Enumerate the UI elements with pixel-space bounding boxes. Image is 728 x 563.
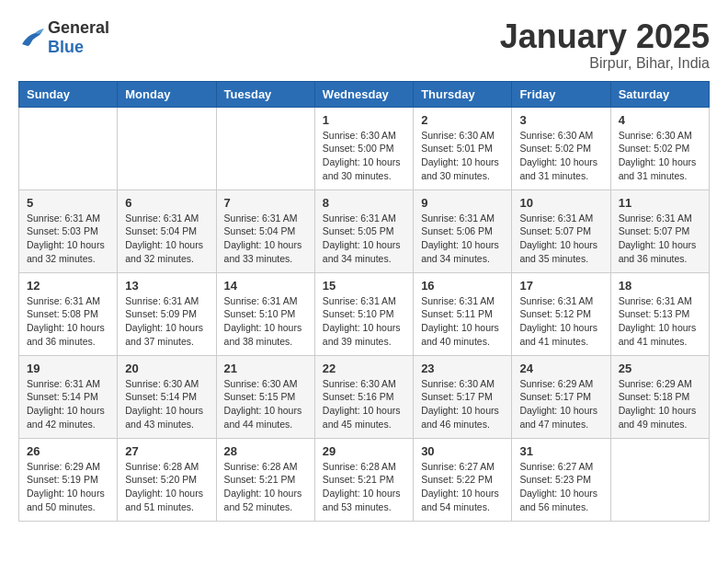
col-wednesday: Wednesday [314,81,413,107]
day-info: Sunrise: 6:31 AMSunset: 5:05 PMDaylight:… [323,212,405,266]
table-row: 18Sunrise: 6:31 AMSunset: 5:13 PMDayligh… [610,272,709,355]
day-info: Sunrise: 6:31 AMSunset: 5:03 PMDaylight:… [27,212,109,266]
day-info: Sunrise: 6:30 AMSunset: 5:17 PMDaylight:… [421,377,504,431]
day-number: 11 [619,196,701,210]
day-info: Sunrise: 6:27 AMSunset: 5:23 PMDaylight:… [519,460,602,514]
day-info: Sunrise: 6:30 AMSunset: 5:02 PMDaylight:… [619,129,701,183]
table-row: 28Sunrise: 6:28 AMSunset: 5:21 PMDayligh… [216,438,314,521]
table-row: 27Sunrise: 6:28 AMSunset: 5:20 PMDayligh… [118,438,216,521]
day-info: Sunrise: 6:31 AMSunset: 5:14 PMDaylight:… [27,377,109,431]
day-number: 30 [421,444,504,458]
day-info: Sunrise: 6:31 AMSunset: 5:08 PMDaylight:… [27,294,109,349]
day-number: 6 [125,196,208,210]
table-row: 25Sunrise: 6:29 AMSunset: 5:18 PMDayligh… [610,355,709,438]
table-row: 20Sunrise: 6:30 AMSunset: 5:14 PMDayligh… [118,355,216,438]
day-info: Sunrise: 6:31 AMSunset: 5:13 PMDaylight:… [619,294,701,349]
table-row: 17Sunrise: 6:31 AMSunset: 5:12 PMDayligh… [512,272,610,355]
table-row: 5Sunrise: 6:31 AMSunset: 5:03 PMDaylight… [19,190,118,272]
table-row: 29Sunrise: 6:28 AMSunset: 5:21 PMDayligh… [314,438,413,521]
day-number: 19 [27,362,109,375]
col-monday: Monday [118,81,216,107]
col-tuesday: Tuesday [216,81,314,107]
table-row [216,107,314,190]
day-number: 5 [27,196,109,210]
day-info: Sunrise: 6:30 AMSunset: 5:16 PMDaylight:… [323,377,405,431]
table-row: 6Sunrise: 6:31 AMSunset: 5:04 PMDaylight… [118,190,216,272]
day-info: Sunrise: 6:31 AMSunset: 5:07 PMDaylight:… [519,212,602,266]
day-info: Sunrise: 6:31 AMSunset: 5:04 PMDaylight:… [224,212,307,266]
table-row: 15Sunrise: 6:31 AMSunset: 5:10 PMDayligh… [314,272,413,355]
day-number: 27 [125,444,208,458]
table-row: 31Sunrise: 6:27 AMSunset: 5:23 PMDayligh… [512,438,610,521]
table-row: 9Sunrise: 6:31 AMSunset: 5:06 PMDaylight… [414,190,512,272]
table-row: 8Sunrise: 6:31 AMSunset: 5:05 PMDaylight… [314,190,413,272]
day-number: 18 [619,279,701,293]
day-number: 22 [323,362,405,375]
day-info: Sunrise: 6:29 AMSunset: 5:18 PMDaylight:… [619,377,701,431]
calendar-header-row: Sunday Monday Tuesday Wednesday Thursday… [19,81,710,107]
day-number: 17 [519,279,602,293]
day-info: Sunrise: 6:31 AMSunset: 5:06 PMDaylight:… [421,212,504,266]
day-number: 23 [421,362,504,375]
table-row [19,107,118,190]
day-number: 8 [323,196,405,210]
logo-general: General [48,18,109,37]
table-row [118,107,216,190]
day-number: 13 [125,279,208,293]
day-number: 3 [519,113,602,127]
day-number: 28 [224,444,307,458]
table-row: 3Sunrise: 6:30 AMSunset: 5:02 PMDaylight… [512,107,610,190]
day-number: 15 [323,279,405,293]
day-info: Sunrise: 6:29 AMSunset: 5:19 PMDaylight:… [27,460,109,514]
day-info: Sunrise: 6:28 AMSunset: 5:21 PMDaylight:… [224,460,307,514]
day-info: Sunrise: 6:27 AMSunset: 5:22 PMDaylight:… [421,460,504,514]
table-row: 22Sunrise: 6:30 AMSunset: 5:16 PMDayligh… [314,355,413,438]
table-row: 10Sunrise: 6:31 AMSunset: 5:07 PMDayligh… [512,190,610,272]
table-row: 13Sunrise: 6:31 AMSunset: 5:09 PMDayligh… [118,272,216,355]
table-row: 4Sunrise: 6:30 AMSunset: 5:02 PMDaylight… [610,107,709,190]
day-number: 2 [421,113,504,127]
table-row: 26Sunrise: 6:29 AMSunset: 5:19 PMDayligh… [19,438,118,521]
day-number: 20 [125,362,208,375]
day-info: Sunrise: 6:31 AMSunset: 5:09 PMDaylight:… [125,294,208,349]
day-number: 16 [421,279,504,293]
day-info: Sunrise: 6:28 AMSunset: 5:20 PMDaylight:… [125,460,208,514]
col-saturday: Saturday [610,81,709,107]
table-row [610,438,709,521]
day-number: 1 [323,113,405,127]
logo-text: General Blue [48,18,109,57]
day-info: Sunrise: 6:30 AMSunset: 5:01 PMDaylight:… [421,129,504,183]
day-info: Sunrise: 6:28 AMSunset: 5:21 PMDaylight:… [323,460,405,514]
table-row: 12Sunrise: 6:31 AMSunset: 5:08 PMDayligh… [19,272,118,355]
day-info: Sunrise: 6:31 AMSunset: 5:11 PMDaylight:… [421,294,504,349]
col-sunday: Sunday [19,81,118,107]
table-row: 21Sunrise: 6:30 AMSunset: 5:15 PMDayligh… [216,355,314,438]
day-number: 25 [619,362,701,375]
day-number: 7 [224,196,307,210]
day-info: Sunrise: 6:29 AMSunset: 5:17 PMDaylight:… [519,377,602,431]
day-info: Sunrise: 6:30 AMSunset: 5:14 PMDaylight:… [125,377,208,431]
table-row: 19Sunrise: 6:31 AMSunset: 5:14 PMDayligh… [19,355,118,438]
page-header: General Blue January 2025 Birpur, Bihar,… [18,18,710,72]
logo-blue: Blue [48,38,84,56]
table-row: 11Sunrise: 6:31 AMSunset: 5:07 PMDayligh… [610,190,709,272]
table-row: 24Sunrise: 6:29 AMSunset: 5:17 PMDayligh… [512,355,610,438]
day-info: Sunrise: 6:31 AMSunset: 5:04 PMDaylight:… [125,212,208,266]
day-info: Sunrise: 6:31 AMSunset: 5:10 PMDaylight:… [224,294,307,349]
day-number: 26 [27,444,109,458]
day-info: Sunrise: 6:30 AMSunset: 5:02 PMDaylight:… [519,129,602,183]
day-number: 14 [224,279,307,293]
table-row: 16Sunrise: 6:31 AMSunset: 5:11 PMDayligh… [414,272,512,355]
logo: General Blue [18,18,109,57]
day-number: 21 [224,362,307,375]
location-title: Birpur, Bihar, India [500,55,710,72]
calendar-week-1: 1Sunrise: 6:30 AMSunset: 5:00 PMDaylight… [19,107,710,190]
table-row: 2Sunrise: 6:30 AMSunset: 5:01 PMDaylight… [414,107,512,190]
table-row: 7Sunrise: 6:31 AMSunset: 5:04 PMDaylight… [216,190,314,272]
day-info: Sunrise: 6:31 AMSunset: 5:07 PMDaylight:… [619,212,701,266]
day-number: 29 [323,444,405,458]
day-info: Sunrise: 6:31 AMSunset: 5:12 PMDaylight:… [519,294,602,349]
calendar-week-4: 19Sunrise: 6:31 AMSunset: 5:14 PMDayligh… [19,355,710,438]
month-title: January 2025 [500,18,710,55]
day-number: 24 [519,362,602,375]
